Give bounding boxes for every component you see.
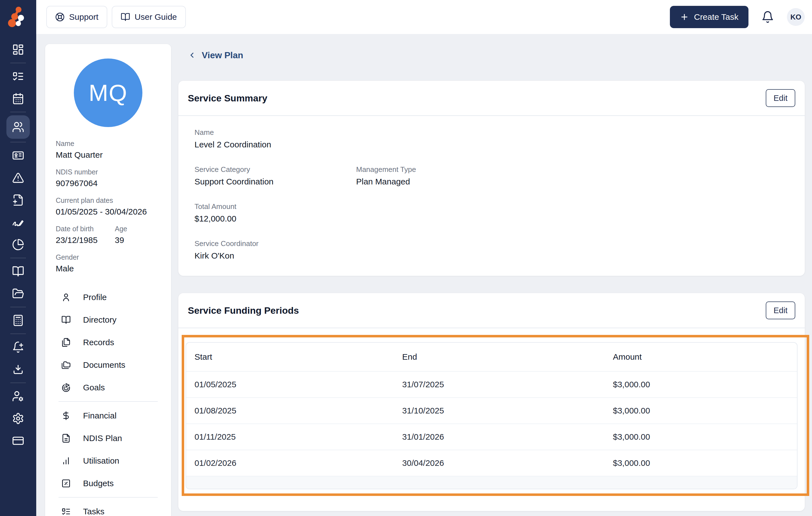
field-value: 01/05/2025 - 30/04/2026 bbox=[56, 207, 161, 217]
summary-field-row: Service Category Support Coordination Ma… bbox=[195, 165, 789, 187]
sidebar-item-alerts[interactable] bbox=[0, 167, 36, 189]
bell-icon bbox=[761, 10, 774, 23]
client-nav-profile[interactable]: Profile bbox=[45, 286, 171, 309]
column-header-start: Start bbox=[186, 343, 394, 371]
support-label: Support bbox=[69, 12, 98, 22]
client-field-dob: Date of birth 23/12/1985 bbox=[56, 225, 115, 245]
sidebar-item-file-import[interactable] bbox=[0, 189, 36, 211]
nav-divider bbox=[59, 401, 158, 402]
cell-amount: $3,000.00 bbox=[605, 450, 797, 476]
field-value: Matt Quarter bbox=[56, 150, 161, 160]
cell-end: 31/10/2025 bbox=[394, 398, 604, 424]
chevron-left-icon bbox=[188, 51, 196, 59]
field-label: Service Category bbox=[195, 165, 356, 174]
client-nav-records[interactable]: Records bbox=[45, 331, 171, 353]
nav-item-label: Utilisation bbox=[83, 456, 119, 465]
active-item-pill bbox=[6, 115, 30, 139]
client-avatar: MQ bbox=[74, 58, 142, 127]
field-label: Total Amount bbox=[195, 202, 789, 211]
cell-amount: $3,000.00 bbox=[605, 371, 797, 398]
nav-item-label: Tasks bbox=[83, 507, 105, 516]
sidebar-item-downloads[interactable] bbox=[0, 358, 36, 380]
files-icon bbox=[61, 338, 71, 347]
funding-periods-edit-button[interactable]: Edit bbox=[766, 302, 795, 319]
table-row: 01/05/2025 31/07/2025 $3,000.00 bbox=[186, 371, 797, 398]
nav-item-label: Documents bbox=[83, 360, 125, 370]
table-footer-strip bbox=[186, 476, 797, 489]
sidebar-item-documents[interactable] bbox=[0, 283, 36, 305]
client-fields: Name Matt Quarter NDIS number 907967064 … bbox=[45, 139, 171, 274]
client-nav-ndis-plan[interactable]: NDIS Plan bbox=[45, 427, 171, 450]
user-icon bbox=[61, 292, 71, 302]
sidebar bbox=[0, 0, 36, 516]
notifications-button[interactable] bbox=[761, 10, 774, 23]
sidebar-item-notifications[interactable] bbox=[0, 336, 36, 358]
cell-amount: $3,000.00 bbox=[605, 424, 797, 450]
calendar-icon bbox=[12, 92, 24, 105]
summary-field-category: Service Category Support Coordination bbox=[195, 165, 356, 187]
nav-item-label: Profile bbox=[83, 292, 107, 302]
field-value: Level 2 Coordination bbox=[195, 139, 789, 150]
summary-field-total-amount: Total Amount $12,000.00 bbox=[195, 202, 789, 224]
users-icon bbox=[12, 121, 24, 133]
client-field-gender: Gender Male bbox=[56, 253, 161, 274]
book-open-icon bbox=[61, 315, 71, 324]
dollar-icon bbox=[61, 411, 71, 421]
sidebar-item-tasks[interactable] bbox=[0, 65, 36, 87]
rail-divider bbox=[10, 382, 26, 383]
user-avatar[interactable]: KO bbox=[787, 8, 805, 26]
client-nav-goals[interactable]: Goals bbox=[45, 376, 171, 399]
client-nav-tasks[interactable]: Tasks bbox=[45, 500, 171, 516]
client-nav-financial[interactable]: Financial bbox=[45, 404, 171, 427]
download-icon bbox=[12, 363, 24, 376]
summary-field-management-type: Management Type Plan Managed bbox=[356, 165, 416, 187]
field-label: Name bbox=[195, 128, 789, 137]
field-value: 907967064 bbox=[56, 178, 161, 188]
sidebar-item-billing[interactable] bbox=[0, 430, 36, 452]
sidebar-item-settings[interactable] bbox=[0, 407, 36, 430]
nav-item-label: Financial bbox=[83, 411, 116, 421]
nav-divider bbox=[59, 497, 158, 497]
back-to-view-plan-link[interactable]: View Plan bbox=[188, 49, 243, 62]
signature-icon bbox=[12, 216, 24, 228]
sidebar-item-signatures[interactable] bbox=[0, 211, 36, 233]
field-label: Service Coordinator bbox=[195, 239, 789, 248]
summary-field-coordinator: Service Coordinator Kirk O'Kon bbox=[195, 239, 789, 261]
task-list-icon bbox=[12, 70, 24, 83]
app-logo[interactable] bbox=[0, 0, 36, 34]
client-nav-documents[interactable]: Documents bbox=[45, 353, 171, 376]
client-panel: MQ Name Matt Quarter NDIS number 9079670… bbox=[45, 44, 171, 516]
service-summary-card: Service Summary Edit Name Level 2 Coordi… bbox=[178, 81, 805, 276]
nav-item-label: NDIS Plan bbox=[83, 433, 122, 443]
rail-divider bbox=[10, 334, 26, 334]
sidebar-item-clients-active[interactable] bbox=[0, 114, 36, 140]
client-nav-budgets[interactable]: Budgets bbox=[45, 472, 171, 494]
field-label: Management Type bbox=[356, 165, 416, 174]
nav-item-label: Directory bbox=[83, 315, 116, 324]
support-button[interactable]: Support bbox=[46, 6, 107, 28]
sidebar-item-user-settings[interactable] bbox=[0, 385, 36, 407]
cell-end: 31/01/2026 bbox=[394, 424, 604, 450]
funding-periods-table: Start End Amount 01/05/2025 31/07/2025 bbox=[185, 342, 798, 489]
table-row: 01/02/2026 30/04/2026 $3,000.00 bbox=[186, 450, 797, 476]
sidebar-item-directory[interactable] bbox=[0, 260, 36, 283]
sidebar-item-calculator[interactable] bbox=[0, 309, 36, 332]
field-label: Current plan dates bbox=[56, 196, 161, 204]
settings-gear-icon bbox=[12, 412, 24, 425]
client-field-name: Name Matt Quarter bbox=[56, 139, 161, 160]
funding-periods-header: Service Funding Periods Edit bbox=[178, 293, 805, 328]
create-task-button[interactable]: Create Task bbox=[670, 6, 749, 28]
user-guide-button[interactable]: User Guide bbox=[112, 6, 186, 28]
client-nav-utilisation[interactable]: Utilisation bbox=[45, 450, 171, 472]
client-nav-directory[interactable]: Directory bbox=[45, 309, 171, 331]
service-summary-body: Name Level 2 Coordination Service Catego… bbox=[178, 116, 805, 276]
sidebar-item-contacts[interactable] bbox=[0, 144, 36, 167]
folder-open-icon bbox=[12, 288, 24, 300]
sidebar-item-calendar[interactable] bbox=[0, 87, 36, 110]
client-nav: Profile Directory Records Documents bbox=[45, 286, 171, 516]
service-summary-edit-button[interactable]: Edit bbox=[766, 89, 795, 107]
field-value: 39 bbox=[115, 235, 127, 245]
task-list-icon bbox=[61, 507, 71, 516]
sidebar-item-reports[interactable] bbox=[0, 233, 36, 256]
sidebar-item-dashboard[interactable] bbox=[0, 38, 36, 61]
